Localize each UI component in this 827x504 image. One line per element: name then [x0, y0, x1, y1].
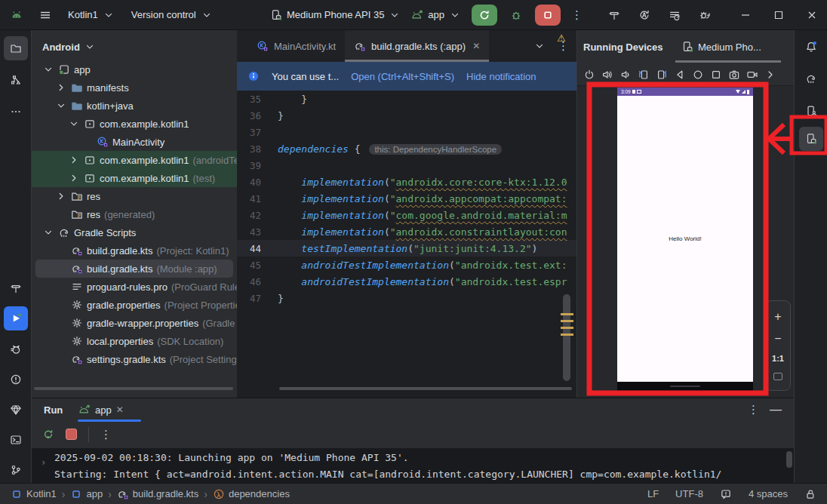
more-actions-icon[interactable]: ⋮	[571, 8, 583, 22]
zoom-in-button[interactable]: +	[774, 311, 781, 323]
run-tab-app[interactable]: app ✕	[78, 404, 124, 416]
editor-tab-mainactivity-kt[interactable]: MainActivity.kt	[247, 30, 345, 62]
tool-strip-terminal[interactable]	[4, 428, 28, 452]
editor-tab-build-gradle-kts-app-[interactable]: build.gradle.kts (:app)✕	[345, 30, 489, 62]
warning-stripe-mark[interactable]	[561, 327, 573, 329]
code-line-46[interactable]: 46 androidTestImplementation("androidx.t…	[237, 273, 576, 290]
encoding-indicator[interactable]: UTF-8	[675, 488, 703, 499]
editor-vertical-scrollbar[interactable]	[563, 294, 570, 381]
code-line-36[interactable]: 36}	[237, 107, 576, 124]
run-panel-options-icon[interactable]: ⋮	[748, 403, 759, 416]
tool-strip-notifications[interactable]	[799, 35, 823, 59]
indent-indicator[interactable]: 4 spaces	[749, 488, 788, 499]
event-balloon-icon[interactable]	[720, 488, 732, 500]
close-icon[interactable]: ✕	[472, 41, 480, 51]
code-line-43[interactable]: 43 implementation("androidx.constraintla…	[237, 223, 576, 240]
code-line-47[interactable]: 47}	[237, 290, 576, 306]
readonly-lock-icon[interactable]	[804, 488, 816, 500]
warning-stripe-mark[interactable]	[561, 320, 573, 322]
volume-up-icon[interactable]	[601, 69, 613, 81]
rerun-app-icon[interactable]	[42, 429, 54, 441]
chevron-right-icon[interactable]	[55, 190, 67, 202]
screen-record-icon[interactable]	[746, 69, 758, 81]
phone-app-content[interactable]: Hello World!	[617, 96, 753, 382]
line-ending-indicator[interactable]: LF	[647, 488, 659, 499]
rerun-button[interactable]	[472, 5, 497, 26]
chevron-down-icon[interactable]	[55, 100, 67, 112]
window-minimize-button[interactable]	[739, 9, 752, 21]
tool-strip-logcat[interactable]	[4, 337, 28, 361]
tree-item-manifests[interactable]: manifests	[32, 78, 237, 97]
power-icon[interactable]	[583, 69, 595, 81]
debug-button[interactable]	[508, 7, 524, 23]
more-toolbar-icon[interactable]	[764, 69, 776, 81]
zoom-out-button[interactable]: −	[774, 333, 781, 345]
chevron-down-icon[interactable]	[42, 63, 54, 75]
console-scrollbar[interactable]	[786, 451, 792, 468]
tree-item-res[interactable]: res	[32, 187, 237, 205]
tree-item-res[interactable]: res(generated)	[32, 205, 237, 223]
chevron-right-icon[interactable]	[68, 172, 80, 184]
tool-strip-project[interactable]	[4, 36, 28, 60]
stop-app-button[interactable]	[66, 429, 77, 440]
chevron-down-icon[interactable]	[42, 226, 54, 238]
tool-strip-problems[interactable]	[4, 367, 28, 392]
tree-item-mainactivity[interactable]: MainActivity	[32, 133, 237, 151]
device-tab[interactable]: Medium Pho...	[681, 41, 761, 53]
window-close-button[interactable]	[806, 9, 818, 21]
tool-strip-running-devices[interactable]	[799, 127, 823, 151]
code-with-ai-icon[interactable]	[638, 9, 650, 21]
zoom-actual-size-button[interactable]: 1:1	[772, 355, 784, 363]
device-mirror-screen[interactable]: 3:09 Hello World!	[617, 88, 753, 391]
screenshot-icon[interactable]	[728, 69, 740, 81]
stop-button[interactable]	[535, 5, 561, 26]
vcs-selector[interactable]: Version control	[131, 9, 213, 21]
breadcrumb-item-kotlin1[interactable]: Kotlin1	[11, 488, 57, 500]
editor-horizontal-scrollbar[interactable]	[279, 387, 572, 390]
chevron-right-icon[interactable]	[55, 81, 67, 94]
window-maximize-button[interactable]	[773, 9, 785, 21]
project-horizontal-scrollbar[interactable]	[34, 387, 233, 390]
code-line-39[interactable]: 39	[237, 157, 576, 174]
home-icon[interactable]	[692, 69, 704, 81]
inspection-warning-icon[interactable]: ⚠	[557, 32, 566, 44]
tree-item-build-gradle-kts[interactable]: build.gradle.kts(Project: Kotlin1)	[32, 241, 237, 260]
breadcrumb-item-app[interactable]: app	[70, 488, 103, 500]
chevron-right-icon[interactable]	[68, 154, 80, 166]
rotate-left-icon[interactable]	[638, 69, 650, 81]
breadcrumb-item-build-gradle-kts[interactable]: build.gradle.kts	[117, 488, 198, 500]
run-console[interactable]: › 2025-09-02 00:18:30: Launching app on …	[32, 448, 794, 483]
tree-item-com-example-kotlin1[interactable]: com.example.kotlin1(androidTest)	[32, 151, 237, 169]
device-selector[interactable]: Medium Phone API 35	[270, 9, 401, 21]
tree-item-proguard-rules-pro[interactable]: proguard-rules.pro(ProGuard Rules for "a…	[32, 278, 237, 296]
overview-icon[interactable]	[710, 69, 722, 81]
tool-strip-more-tool-windows[interactable]	[4, 100, 28, 124]
breadcrumb-item-dependencies[interactable]: dependencies	[213, 488, 290, 500]
run-config-selector[interactable]: app	[411, 9, 461, 21]
tool-strip-structure[interactable]	[4, 68, 28, 92]
tree-item-local-properties[interactable]: local.properties(SDK Location)	[32, 332, 237, 350]
tool-strip-device-manager[interactable]	[799, 99, 823, 123]
volume-down-icon[interactable]	[619, 69, 632, 81]
tool-strip-build[interactable]	[4, 276, 28, 300]
task-list-icon[interactable]	[669, 9, 681, 21]
code-line-37[interactable]: 37	[237, 124, 576, 140]
rotate-right-icon[interactable]	[656, 69, 668, 81]
tab-list-chevron-icon[interactable]	[533, 40, 546, 52]
tool-strip-version-control[interactable]	[4, 458, 28, 482]
build-icon[interactable]	[608, 9, 620, 21]
code-line-41[interactable]: 41 implementation("androidx.appcompat:ap…	[237, 190, 576, 207]
code-line-44[interactable]: 44 testImplementation("junit:junit:4.13.…	[237, 240, 576, 257]
code-line-35[interactable]: 35 }	[237, 91, 576, 107]
tool-strip-app-quality-insights[interactable]	[4, 398, 28, 422]
tree-item-kotlin-java[interactable]: kotlin+java	[32, 97, 237, 115]
back-icon[interactable]	[674, 69, 686, 81]
attach-debugger-icon[interactable]	[699, 9, 711, 21]
code-line-45[interactable]: 45 androidTestImplementation("androidx.t…	[237, 257, 576, 273]
tree-item-settings-gradle-kts[interactable]: settings.gradle.kts(Project Settings)	[32, 350, 237, 368]
tree-item-build-gradle-kts[interactable]: build.gradle.kts(Module :app)	[35, 260, 233, 278]
run-toolbar-more-icon[interactable]: ⋮	[100, 428, 112, 441]
code-line-42[interactable]: 42 implementation("com.google.android.ma…	[237, 207, 576, 223]
tree-item-app[interactable]: app	[32, 60, 237, 78]
code-line-40[interactable]: 40 implementation("androidx.core:core-kt…	[237, 174, 576, 190]
